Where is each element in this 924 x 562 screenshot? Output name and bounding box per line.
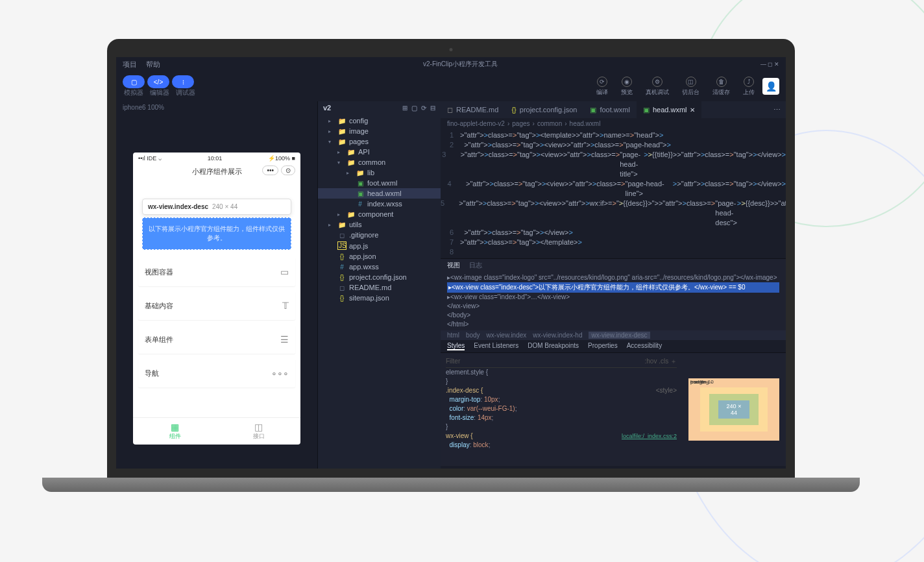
project-root[interactable]: v2 — [323, 104, 331, 112]
list-item[interactable]: 表单组件☰ — [138, 325, 295, 354]
tree-item[interactable]: JSapp.js — [318, 240, 441, 251]
styles-filter[interactable]: Filter — [446, 357, 460, 366]
tool-切后台[interactable]: ◫切后台 — [682, 77, 699, 97]
app-title-bar: 小程序组件展示 •••⊙ — [133, 164, 300, 179]
tree-item[interactable]: ▾📁common — [318, 157, 441, 167]
styles-tab[interactable]: Event Listeners — [474, 342, 518, 350]
tree-item[interactable]: {}app.json — [318, 251, 441, 262]
highlighted-element[interactable]: 以下将展示小程序官方组件能力，组件样式仅供参考。 — [142, 217, 291, 250]
menu-help[interactable]: 帮助 — [146, 60, 160, 69]
status-time: 10:01 — [208, 155, 223, 162]
styles-tab[interactable]: DOM Breakpoints — [528, 342, 579, 350]
phone-tab-接口[interactable]: ◫接口 — [217, 418, 300, 445]
styles-tab[interactable]: Properties — [588, 342, 618, 350]
device-label: iphone6 100% — [116, 101, 317, 114]
user-avatar[interactable]: 👤 — [762, 78, 779, 95]
collapse-icon[interactable]: ⊟ — [430, 104, 435, 112]
window-title: v2-FinClip小程序开发工具 — [169, 60, 751, 69]
tree-item[interactable]: ▸📁component — [318, 209, 441, 219]
editor-tab[interactable]: ◻README.md — [441, 101, 505, 118]
mode-simulator[interactable]: ▢ — [123, 75, 145, 88]
phone-preview: ••ıl IDE ⌵ 10:01 ⚡100% ■ 小程序组件展示 •••⊙ wx… — [133, 153, 300, 445]
tree-item[interactable]: ▣head.wxml — [318, 188, 441, 199]
styles-tab[interactable]: Styles — [447, 342, 465, 350]
tree-item[interactable]: #index.wxss — [318, 199, 441, 209]
tree-item[interactable]: ▾📁pages — [318, 136, 441, 147]
tree-item[interactable]: ◻README.md — [318, 282, 441, 293]
mode-debugger[interactable]: ⫶ — [172, 75, 194, 88]
devtools-tab-log[interactable]: 日志 — [469, 261, 482, 270]
box-model: margin 10 border - padding - 240 × 44 — [682, 353, 786, 466]
mode-debugger-label: 调试器 — [176, 88, 195, 97]
tree-item[interactable]: {}sitemap.json — [318, 293, 441, 303]
capsule-menu-icon[interactable]: ••• — [262, 165, 278, 175]
laptop-frame: 项目 帮助 v2-FinClip小程序开发工具 — ◻ ✕ ▢ </> ⫶ 模拟… — [107, 39, 795, 492]
tree-item[interactable]: #app.wxss — [318, 262, 441, 272]
ide-window: 项目 帮助 v2-FinClip小程序开发工具 — ◻ ✕ ▢ </> ⫶ 模拟… — [116, 57, 786, 469]
editor-tab[interactable]: ▣head.wxml✕ — [637, 101, 702, 118]
capsule-close-icon[interactable]: ⊙ — [281, 165, 295, 175]
tree-item[interactable]: ▸📁config — [318, 116, 441, 126]
list-item[interactable]: 导航∘∘∘ — [138, 359, 295, 387]
list-item[interactable]: 视图容器▭ — [138, 258, 295, 286]
tool-编译[interactable]: ⟳编译 — [596, 77, 608, 97]
devtools: 视图 日志 ▸<wx-image class="index-logo" src=… — [441, 258, 786, 466]
editor-tab[interactable]: {}project.config.json — [505, 101, 583, 118]
status-battery: ⚡100% ■ — [268, 155, 295, 162]
tabs-overflow-icon[interactable]: ⋯ — [768, 106, 786, 114]
tool-上传[interactable]: ⤴上传 — [743, 77, 755, 97]
tree-item[interactable]: ▸📁API — [318, 147, 441, 157]
styles-pane[interactable]: Filter :hov .cls ＋ element.style { } .in… — [441, 353, 682, 466]
window-controls[interactable]: — ◻ ✕ — [760, 61, 779, 67]
devtools-tab-view[interactable]: 视图 — [447, 261, 460, 270]
file-explorer: v2 ⊞ ▢ ⟳ ⊟ ▸📁config▸📁image▾📁pages▸📁API▾📁… — [317, 101, 441, 469]
mode-simulator-label: 模拟器 — [124, 88, 143, 97]
tree-item[interactable]: ▸📁image — [318, 126, 441, 136]
editor-tab[interactable]: ▣foot.wxml — [583, 101, 636, 118]
tool-真机调试[interactable]: ⚙真机调试 — [646, 77, 669, 97]
styles-hov-controls[interactable]: :hov .cls ＋ — [645, 357, 677, 366]
tree-item[interactable]: ▸📁utils — [318, 219, 441, 230]
simulator-panel: iphone6 100% ••ıl IDE ⌵ 10:01 ⚡100% ■ 小程… — [116, 101, 317, 469]
menu-project[interactable]: 项目 — [123, 60, 137, 69]
new-folder-icon[interactable]: ▢ — [411, 104, 417, 112]
tree-item[interactable]: ▣foot.wxml — [318, 178, 441, 188]
styles-tab[interactable]: Accessibility — [627, 342, 662, 350]
status-signal: ••ıl IDE ⌵ — [138, 155, 162, 162]
tree-item[interactable]: {}project.config.json — [318, 272, 441, 282]
dom-tree[interactable]: ▸<wx-image class="index-logo" src="../re… — [441, 272, 786, 330]
tree-item[interactable]: ▸📁lib — [318, 167, 441, 178]
toolbar: ▢ </> ⫶ 模拟器 编辑器 调试器 ⟳编译◉预览⚙真机调试◫切后台🗑清缓存⤴… — [116, 71, 786, 101]
refresh-icon[interactable]: ⟳ — [421, 104, 426, 112]
tool-清缓存[interactable]: 🗑清缓存 — [712, 77, 730, 97]
inspector-tooltip: wx-view.index-desc 240 × 44 — [142, 199, 291, 215]
tool-预览[interactable]: ◉预览 — [621, 77, 633, 97]
dom-breadcrumb[interactable]: htmlbodywx-view.indexwx-view.index-hdwx-… — [441, 330, 786, 340]
new-file-icon[interactable]: ⊞ — [402, 104, 407, 112]
editor-tabs: ◻README.md{}project.config.json▣foot.wxm… — [441, 101, 786, 118]
mode-editor-label: 编辑器 — [150, 88, 169, 97]
list-item[interactable]: 基础内容𝕋 — [138, 291, 295, 320]
code-editor[interactable]: 1>"attr">>class>=>"tag">><template> >"at… — [441, 129, 786, 258]
breadcrumb: fino-applet-demo-v2›pages›common›head.wx… — [441, 118, 786, 129]
menubar: 项目 帮助 v2-FinClip小程序开发工具 — ◻ ✕ — [116, 57, 786, 71]
phone-tab-组件[interactable]: ▦组件 — [133, 418, 217, 445]
mode-editor[interactable]: </> — [147, 75, 169, 88]
tree-item[interactable]: ◻.gitignore — [318, 230, 441, 240]
editor-panel: ◻README.md{}project.config.json▣foot.wxm… — [441, 101, 786, 469]
